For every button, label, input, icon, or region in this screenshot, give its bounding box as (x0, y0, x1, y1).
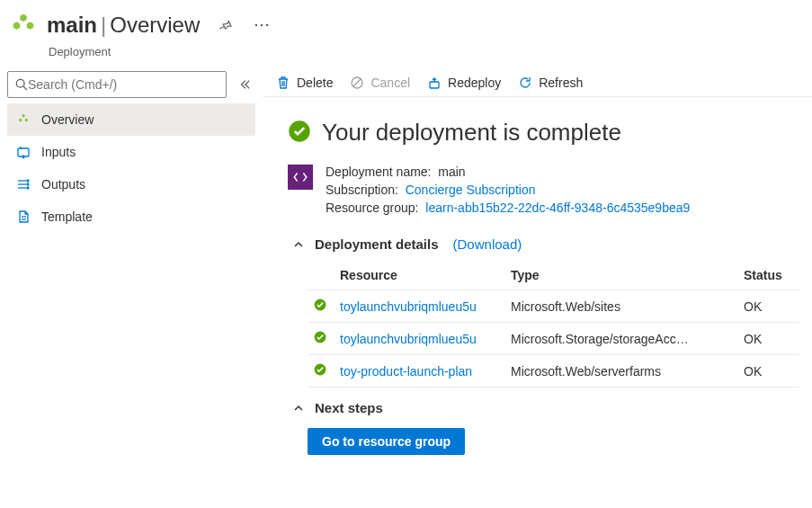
sidebar-item-label: Overview (41, 112, 94, 127)
sidebar-item-label: Inputs (41, 145, 76, 159)
search-input[interactable] (28, 77, 219, 92)
svg-line-17 (353, 79, 361, 86)
search-icon (15, 78, 28, 91)
delete-icon (275, 75, 291, 91)
more-icon[interactable] (252, 15, 272, 35)
svg-rect-18 (430, 82, 439, 88)
svg-point-0 (255, 24, 258, 27)
table-row: toy-product-launch-plan Microsoft.Web/se… (308, 355, 799, 388)
chevron-up-icon (291, 401, 306, 415)
deployment-details-toggle[interactable]: Deployment details (Download) (291, 236, 799, 252)
resource-type: Microsoft.Web/serverfarms (511, 364, 744, 379)
table-row: toylaunchvubriqmlueu5u Microsoft.Storage… (308, 323, 799, 355)
subscription-link[interactable]: Concierge Subscription (406, 183, 536, 197)
redeploy-icon (426, 75, 442, 91)
refresh-icon (517, 75, 533, 91)
section-title: Next steps (315, 400, 383, 415)
sidebar-item-label: Outputs (41, 177, 85, 192)
title-rest: Overview (110, 13, 200, 37)
deployment-details-table: Resource Type Status toylaunchvubriqmlue… (308, 261, 799, 388)
main-panel: Delete Cancel Redeploy Refresh (263, 67, 812, 480)
template-icon (14, 209, 32, 224)
sidebar-item-label: Template (41, 209, 93, 224)
resource-link[interactable]: toy-product-launch-plan (340, 364, 472, 379)
success-icon (288, 120, 311, 146)
resource-group-label: Resource group: (326, 201, 419, 215)
col-resource: Resource (340, 268, 511, 282)
status-row: Your deployment is complete (288, 119, 799, 147)
sidebar-item-overview[interactable]: Overview (7, 103, 255, 136)
subscription-label: Subscription: (326, 183, 398, 197)
tool-label: Refresh (539, 76, 583, 90)
refresh-button[interactable]: Refresh (517, 75, 583, 91)
table-header: Resource Type Status (308, 261, 799, 290)
cancel-icon (349, 75, 365, 91)
collapse-sidebar-icon[interactable] (234, 74, 255, 95)
redeploy-button[interactable]: Redeploy (426, 75, 501, 91)
row-status-icon (313, 330, 340, 347)
resource-type: Microsoft.Storage/storageAcc… (511, 332, 744, 346)
resource-group-link[interactable]: learn-abb15b22-22dc-46ff-9348-6c4535e9be… (425, 201, 690, 215)
page-header: main|Overview (0, 0, 812, 45)
pin-icon[interactable] (216, 15, 236, 35)
page-subtitle: Deployment (0, 45, 812, 67)
svg-line-4 (23, 86, 27, 90)
download-link[interactable]: (Download) (453, 236, 522, 252)
resource-link[interactable]: toylaunchvubriqmlueu5u (340, 299, 477, 314)
row-status-icon (313, 298, 340, 315)
tool-label: Cancel (370, 76, 410, 90)
inputs-icon (14, 145, 32, 159)
table-row: toylaunchvubriqmlueu5u Microsoft.Web/sit… (308, 290, 799, 323)
status-title: Your deployment is complete (322, 119, 621, 147)
chevron-up-icon (291, 237, 306, 252)
toolbar: Delete Cancel Redeploy Refresh (263, 67, 812, 97)
deployment-name-value: main (438, 165, 465, 179)
sidebar-item-inputs[interactable]: Inputs (7, 136, 255, 168)
svg-point-11 (27, 180, 29, 182)
content: Your deployment is complete Deployment n… (263, 97, 812, 480)
meta-block: Deployment name: main Subscription: Conc… (288, 163, 799, 217)
deployment-name-label: Deployment name: (326, 165, 432, 179)
next-steps-toggle[interactable]: Next steps (291, 400, 799, 415)
go-to-resource-group-button[interactable]: Go to resource group (308, 428, 465, 455)
svg-point-2 (266, 24, 269, 27)
cancel-button: Cancel (349, 75, 410, 91)
page-title: main|Overview (47, 13, 200, 38)
col-type: Type (511, 268, 744, 282)
search-box[interactable] (7, 71, 227, 98)
svg-point-12 (27, 183, 29, 185)
outputs-icon (14, 177, 32, 192)
col-status: Status (744, 268, 794, 282)
resource-link[interactable]: toylaunchvubriqmlueu5u (340, 332, 477, 346)
svg-point-13 (27, 187, 29, 189)
next-steps-section: Next steps Go to resource group (288, 400, 799, 455)
svg-point-3 (16, 79, 24, 87)
section-title: Deployment details (315, 236, 439, 252)
sidebar-item-outputs[interactable]: Outputs (7, 168, 255, 201)
row-status-icon (313, 362, 340, 379)
resource-status: OK (744, 364, 794, 379)
tool-label: Redeploy (448, 76, 501, 90)
arm-template-icon (288, 165, 313, 190)
sidebar-item-template[interactable]: Template (7, 201, 255, 233)
title-bold: main (47, 13, 97, 37)
svg-point-1 (261, 24, 263, 27)
resource-status: OK (744, 332, 794, 346)
resource-status: OK (744, 299, 794, 314)
deployment-details-section: Deployment details (Download) Resource T… (288, 236, 799, 388)
deployment-icon (7, 9, 40, 41)
sidebar: Overview Inputs Outputs Template (0, 67, 263, 480)
tool-label: Delete (297, 76, 333, 90)
delete-button[interactable]: Delete (275, 75, 333, 91)
resource-type: Microsoft.Web/sites (511, 299, 744, 314)
overview-icon (14, 112, 32, 127)
